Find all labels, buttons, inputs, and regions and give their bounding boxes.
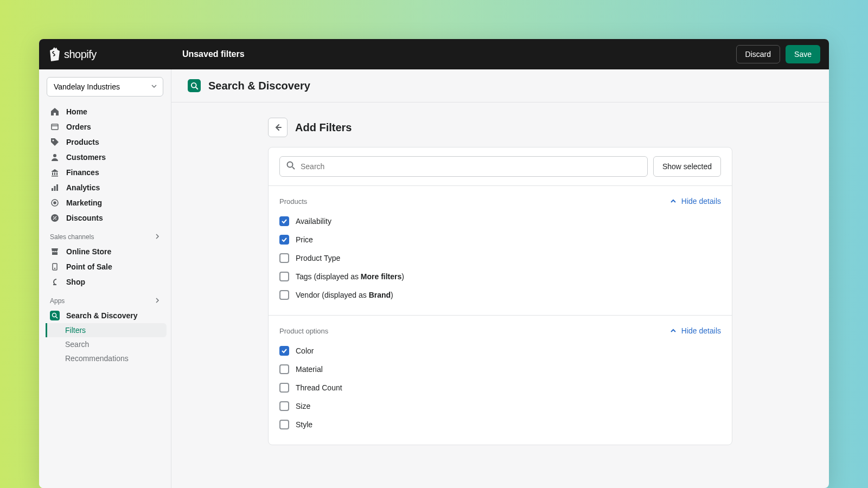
- store-selector[interactable]: Vandelay Industries: [47, 77, 163, 97]
- nav-label: Products: [66, 138, 99, 146]
- checkbox[interactable]: [279, 290, 289, 300]
- filter-thread-count[interactable]: Thread Count: [279, 378, 721, 397]
- app-title: Search & Discovery: [208, 80, 310, 92]
- filter-label: Vendor (displayed as Brand): [296, 291, 393, 299]
- checkbox[interactable]: [279, 420, 289, 429]
- card-toolbar: Show selected: [269, 147, 732, 186]
- sidebar-item-marketing[interactable]: Marketing: [43, 195, 167, 210]
- filter-availability[interactable]: Availability: [279, 212, 721, 230]
- chevron-right-icon[interactable]: [155, 233, 160, 241]
- svg-rect-6: [52, 176, 58, 177]
- store-name: Vandelay Industries: [54, 82, 120, 91]
- checkbox[interactable]: [279, 383, 289, 393]
- checkbox[interactable]: [279, 401, 289, 411]
- store-icon: [50, 247, 60, 256]
- check-icon: [281, 218, 288, 224]
- sidebar-item-search-discovery[interactable]: Search & Discovery: [43, 308, 167, 323]
- hide-text: Hide details: [681, 197, 721, 206]
- svg-rect-5: [56, 172, 58, 175]
- group-products: Products Hide details Availability: [269, 186, 732, 316]
- customers-icon: [50, 152, 60, 162]
- svg-rect-9: [56, 184, 58, 191]
- chevron-right-icon[interactable]: [155, 297, 160, 305]
- filter-label: Color: [296, 346, 314, 355]
- filter-tags[interactable]: Tags (displayed as More filters): [279, 267, 721, 286]
- sub-item-filters[interactable]: Filters: [46, 323, 167, 337]
- sub-item-search[interactable]: Search: [46, 337, 167, 351]
- main-header: Search & Discovery: [171, 69, 829, 102]
- svg-point-14: [55, 219, 56, 220]
- checkbox[interactable]: [279, 346, 289, 356]
- filter-product-type[interactable]: Product Type: [279, 249, 721, 267]
- sidebar-item-pos[interactable]: Point of Sale: [43, 259, 167, 274]
- sidebar-item-discounts[interactable]: Discounts: [43, 210, 167, 226]
- nav-label: Shop: [66, 278, 85, 286]
- svg-point-1: [53, 140, 54, 142]
- shop-icon: [50, 277, 60, 287]
- search-icon: [286, 160, 296, 172]
- svg-point-13: [53, 216, 54, 217]
- discounts-icon: [50, 213, 60, 223]
- search-input[interactable]: [279, 156, 648, 177]
- svg-rect-7: [52, 188, 53, 191]
- group-header: Product options Hide details: [279, 326, 721, 335]
- sidebar-item-shop[interactable]: Shop: [43, 274, 167, 290]
- back-button[interactable]: [268, 118, 288, 137]
- group-product-options: Product options Hide details Color: [269, 316, 732, 445]
- check-icon: [281, 236, 288, 243]
- filter-color[interactable]: Color: [279, 342, 721, 360]
- sidebar-item-online-store[interactable]: Online Store: [43, 244, 167, 259]
- checkbox[interactable]: [279, 364, 289, 374]
- nav-label: Search & Discovery: [66, 311, 138, 320]
- filter-label: Product Type: [296, 254, 340, 262]
- sub-item-recommendations[interactable]: Recommendations: [46, 351, 167, 365]
- sidebar-item-products[interactable]: Products: [43, 134, 167, 150]
- filter-style[interactable]: Style: [279, 415, 721, 434]
- hide-details-link[interactable]: Hide details: [669, 197, 721, 206]
- search-wrap: [279, 156, 648, 177]
- sidebar-item-orders[interactable]: Orders: [43, 119, 167, 134]
- filter-material[interactable]: Material: [279, 360, 721, 378]
- checkbox[interactable]: [279, 253, 289, 263]
- sidebar-item-finances[interactable]: Finances: [43, 165, 167, 180]
- search-discovery-icon: [188, 79, 201, 92]
- nav-label: Finances: [66, 168, 99, 177]
- save-button[interactable]: Save: [786, 45, 820, 63]
- checkbox[interactable]: [279, 216, 289, 226]
- filter-size[interactable]: Size: [279, 397, 721, 415]
- nav-label: Point of Sale: [66, 262, 112, 271]
- filter-label: Thread Count: [296, 383, 342, 392]
- show-selected-button[interactable]: Show selected: [653, 156, 721, 177]
- filter-price[interactable]: Price: [279, 230, 721, 249]
- discard-button[interactable]: Discard: [736, 45, 780, 63]
- top-bar: shopify Unsaved filters Discard Save: [39, 39, 829, 69]
- nav-label: Discounts: [66, 214, 103, 222]
- svg-rect-0: [52, 124, 58, 130]
- sidebar: Vandelay Industries Home Orders Products…: [39, 69, 171, 488]
- nav-label: Home: [66, 107, 87, 116]
- shopify-logo: shopify: [48, 47, 97, 61]
- svg-rect-15: [52, 252, 58, 255]
- sub-nav: Filters Search Recommendations: [46, 323, 167, 365]
- top-actions: Discard Save: [736, 45, 820, 63]
- app-window: shopify Unsaved filters Discard Save Van…: [39, 39, 829, 488]
- arrow-left-icon: [273, 123, 283, 132]
- svg-point-2: [53, 154, 56, 157]
- page-title-row: Add Filters: [268, 118, 732, 137]
- svg-point-17: [55, 268, 55, 269]
- svg-point-18: [53, 313, 56, 317]
- sidebar-item-customers[interactable]: Customers: [43, 150, 167, 165]
- filter-label: Price: [296, 235, 313, 244]
- svg-point-19: [191, 82, 196, 87]
- nav-label: Analytics: [66, 183, 100, 192]
- checkbox[interactable]: [279, 272, 289, 281]
- checkbox[interactable]: [279, 235, 289, 245]
- hide-details-link[interactable]: Hide details: [669, 326, 721, 335]
- sidebar-item-analytics[interactable]: Analytics: [43, 180, 167, 195]
- page-inner: Add Filters Show selected: [268, 118, 732, 445]
- filter-vendor[interactable]: Vendor (displayed as Brand): [279, 286, 721, 304]
- orders-icon: [50, 122, 60, 132]
- sidebar-item-home[interactable]: Home: [43, 104, 167, 119]
- nav-label: Orders: [66, 123, 91, 131]
- nav-label: Marketing: [66, 198, 102, 207]
